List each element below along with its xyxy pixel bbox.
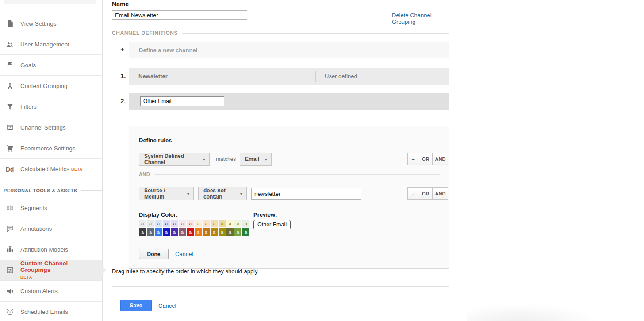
chevron-down-icon: ▾: [265, 157, 267, 162]
color-swatch-gold-light[interactable]: a: [211, 220, 218, 227]
sidebar-item-label: Channel Settings: [20, 124, 66, 131]
color-swatch-orange-dark[interactable]: a: [195, 228, 202, 236]
rule2-operator-dropdown[interactable]: does not contain ▾: [198, 187, 247, 200]
sidebar-item-custom-alerts[interactable]: Custom Alerts: [0, 281, 102, 302]
alarm-clock-icon: [4, 307, 15, 316]
color-swatch-red-light[interactable]: a: [187, 220, 194, 227]
page-icon: [4, 19, 15, 28]
sidebar-item-custom-channel-groupings[interactable]: Custom Channel GroupingsBETA: [0, 260, 102, 281]
color-swatch-mauve-light[interactable]: a: [179, 220, 186, 227]
chevron-down-icon: ▾: [203, 157, 205, 162]
color-swatch-orange-light[interactable]: a: [195, 220, 202, 227]
done-button[interactable]: Done: [139, 249, 169, 259]
color-swatch-slate-light[interactable]: a: [147, 220, 154, 227]
channel-icon: [4, 266, 15, 275]
sidebar-item-view-settings[interactable]: View Settings: [0, 13, 102, 34]
define-new-channel-button[interactable]: Define a new channel: [129, 42, 449, 58]
chevron-down-icon: ▾: [240, 191, 242, 196]
section-rule-line: [182, 33, 449, 34]
color-swatch-navy-light[interactable]: a: [163, 220, 170, 227]
sidebar-item-user-management[interactable]: User Management: [0, 34, 102, 55]
sidebar-item-scheduled-emails[interactable]: Scheduled Emails: [0, 302, 102, 321]
define-new-channel-label: Define a new channel: [139, 47, 197, 54]
color-swatch-olive-light[interactable]: a: [218, 220, 226, 227]
rule1-field-value: System Defined Channel: [144, 153, 199, 165]
plus-icon[interactable]: +: [120, 46, 124, 53]
funnel-icon: [4, 102, 15, 111]
rule1-connector-label: matches: [216, 156, 236, 162]
color-swatch-lime-dark[interactable]: a: [234, 228, 242, 236]
swatch-row-dark: aaaaaaaaaaaaaa: [139, 228, 249, 236]
rule2-remove-button[interactable]: –: [407, 187, 419, 200]
drag-hint-text: Drag rules to specify the order in which…: [112, 268, 259, 275]
color-swatch-green-light[interactable]: a: [242, 220, 249, 227]
rule1-remove-button[interactable]: –: [407, 153, 419, 165]
channel-grouping-name-input[interactable]: [112, 10, 247, 20]
color-swatch-drab-dark[interactable]: a: [226, 228, 234, 236]
sidebar-item-label: Ecommerce Settings: [20, 145, 76, 152]
color-swatch-navy-dark[interactable]: a: [163, 228, 170, 236]
rule2-field-dropdown[interactable]: Source / Medium ▾: [139, 187, 194, 200]
cart-icon: [4, 144, 15, 153]
preview-label: Preview:: [253, 211, 277, 218]
save-button[interactable]: Save: [120, 300, 152, 311]
color-swatch-purple-light[interactable]: a: [171, 220, 178, 227]
sidebar-item-attribution-models[interactable]: Attribution Models: [0, 239, 102, 260]
people-icon: [4, 40, 15, 49]
rule1-value: Email: [245, 156, 259, 162]
channel-name-input[interactable]: [140, 96, 224, 106]
preview-badge: Other Email: [253, 220, 291, 229]
sidebar-item-ecommerce-settings[interactable]: Ecommerce Settings: [0, 138, 102, 159]
color-swatch-amber-light[interactable]: a: [203, 220, 210, 227]
sidebar-item-annotations[interactable]: Annotations: [0, 218, 102, 239]
sidebar-item-label: Calculated Metrics: [20, 166, 69, 172]
sidebar: View SettingsUser ManagementGoalsContent…: [0, 0, 103, 321]
delete-channel-grouping-link[interactable]: Delete Channel Grouping: [392, 12, 449, 25]
color-swatch-lime-light[interactable]: a: [234, 220, 242, 227]
rule2-and-button[interactable]: AND: [433, 187, 449, 200]
sidebar-item-calculated-metrics[interactable]: DdCalculated MetricsBETA: [0, 159, 102, 180]
sidebar-item-goals[interactable]: Goals: [0, 55, 102, 76]
color-swatch-blue-dark[interactable]: a: [155, 228, 162, 236]
color-swatch-gold-dark[interactable]: a: [211, 228, 218, 236]
name-label: Name: [112, 0, 129, 8]
rule1-field-dropdown[interactable]: System Defined Channel ▾: [139, 153, 210, 166]
rule2-value-input[interactable]: [251, 188, 361, 200]
flag-icon: [4, 61, 15, 69]
save-cancel-link[interactable]: Cancel: [158, 302, 176, 309]
annotation-bubble-icon: [4, 224, 15, 233]
sidebar-top-selector[interactable]: [4, 0, 96, 4]
channel-definitions-title: CHANNEL DEFINITIONS: [112, 30, 178, 36]
footer-divider: [112, 286, 449, 287]
color-swatch-amber-dark[interactable]: a: [203, 228, 210, 236]
color-swatch-blue-light[interactable]: a: [155, 220, 162, 227]
sidebar-item-segments[interactable]: Segments: [0, 198, 102, 218]
rule2-operator-value: does not contain: [203, 187, 236, 200]
rule1-value-dropdown[interactable]: Email ▾: [240, 153, 272, 166]
rule2-or-button[interactable]: OR: [419, 187, 433, 200]
color-swatch-red-dark[interactable]: a: [187, 228, 194, 236]
sidebar-item-content-grouping[interactable]: Content Grouping: [0, 76, 102, 96]
color-swatch-purple-dark[interactable]: a: [171, 228, 178, 236]
sidebar-item-label: User Management: [20, 41, 69, 48]
sidebar-item-channel-settings[interactable]: Channel Settings: [0, 117, 102, 138]
sidebar-item-filters[interactable]: Filters: [0, 96, 102, 117]
channel-row-newsletter[interactable]: Newsletter User defined: [129, 68, 449, 85]
sidebar-nav: View SettingsUser ManagementGoalsContent…: [0, 13, 102, 321]
sidebar-item-label-wrap: Custom Channel GroupingsBETA: [20, 260, 99, 280]
and-label: AND: [139, 172, 150, 177]
beta-badge: BETA: [71, 167, 82, 172]
color-swatch-gray-dark[interactable]: a: [139, 228, 146, 236]
editor-cancel-link[interactable]: Cancel: [175, 251, 193, 257]
color-swatch-slate-dark[interactable]: a: [147, 228, 154, 236]
color-swatch-gray-light[interactable]: a: [139, 220, 146, 227]
color-swatch-drab-light[interactable]: a: [226, 220, 234, 227]
color-swatch-green-dark[interactable]: a: [242, 228, 249, 236]
rule1-logic-buttons: – OR AND: [407, 153, 448, 165]
color-swatch-mauve-dark[interactable]: a: [179, 228, 186, 236]
rule1-or-button[interactable]: OR: [419, 153, 433, 165]
color-swatch-olive-dark[interactable]: a: [218, 228, 226, 236]
and-rule-line: [154, 174, 440, 175]
sidebar-item-label: Scheduled Emails: [20, 309, 68, 315]
rule1-and-button[interactable]: AND: [433, 153, 449, 165]
